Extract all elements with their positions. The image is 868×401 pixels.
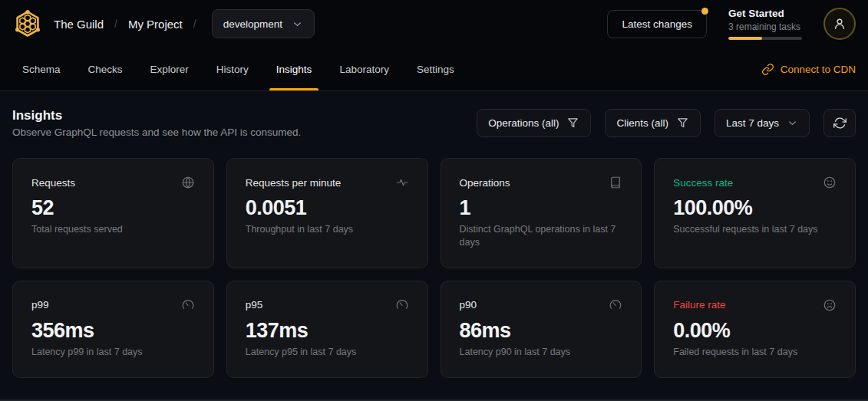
- period-selector[interactable]: Last 7 days: [715, 109, 810, 137]
- stats-grid: Requests 52 Total requests served Reques…: [12, 158, 856, 378]
- chevron-down-icon: [787, 117, 798, 129]
- link-icon: [761, 63, 774, 76]
- stat-card-description: Failed requests in last 7 days: [673, 346, 837, 359]
- get-started-subtitle: 3 remaining tasks: [728, 21, 802, 32]
- hive-logo-icon[interactable]: [12, 8, 43, 40]
- notification-dot: [701, 8, 708, 15]
- stat-card-description: Throughput in last 7 days: [246, 223, 409, 236]
- nav-tabs: SchemaChecksExplorerHistoryInsightsLabor…: [12, 48, 472, 90]
- stat-card: Operations 1 Distinct GraphQL operations…: [441, 158, 642, 268]
- target-selector-value: development: [223, 18, 282, 30]
- tab-label: Checks: [88, 64, 123, 75]
- stat-card-value: 356ms: [31, 319, 195, 343]
- tab-settings[interactable]: Settings: [407, 48, 464, 90]
- tab-explorer[interactable]: Explorer: [140, 48, 199, 90]
- tab-insights[interactable]: Insights: [266, 48, 322, 90]
- globe-icon: [181, 176, 195, 189]
- page-subtitle: Observe GraphQL requests and see how the…: [12, 127, 301, 138]
- gauge-icon: [181, 298, 195, 312]
- chevron-down-icon: [292, 18, 303, 30]
- tab-checks[interactable]: Checks: [78, 48, 133, 90]
- tab-label: History: [216, 64, 249, 75]
- stat-card: Requests per minute 0.0051 Throughput in…: [226, 158, 428, 268]
- stat-card: p99 356ms Latency p99 in last 7 days: [12, 281, 214, 378]
- breadcrumb: The Guild / My Project / development: [12, 8, 315, 40]
- smile-icon: [823, 176, 837, 189]
- insights-page: Insights Observe GraphQL requests and se…: [0, 91, 868, 390]
- project-nav: SchemaChecksExplorerHistoryInsightsLabor…: [0, 48, 868, 91]
- stat-card-value: 0.00%: [673, 319, 837, 343]
- page-title: Insights: [12, 108, 301, 123]
- filter-bar: Operations (all) Clients (all) Last 7 da…: [477, 109, 856, 137]
- page-heading: Insights Observe GraphQL requests and se…: [12, 108, 301, 138]
- stat-card-value: 0.0051: [246, 196, 409, 220]
- get-started-progressbar: [728, 37, 802, 40]
- stat-card-label: p99: [31, 299, 49, 311]
- frown-icon: [823, 298, 837, 312]
- filter-funnel-icon: [566, 117, 579, 130]
- tab-laboratory[interactable]: Laboratory: [329, 48, 399, 90]
- stat-card-value: 86ms: [460, 319, 623, 343]
- get-started-widget[interactable]: Get Started 3 remaining tasks: [728, 8, 802, 40]
- stat-card-value: 1: [460, 196, 623, 220]
- app-header: The Guild / My Project / development Lat…: [0, 0, 868, 48]
- gauge-icon: [609, 298, 622, 312]
- stat-card: Failure rate 0.00% Failed requests in la…: [654, 281, 856, 378]
- tab-label: Schema: [22, 64, 61, 75]
- tab-label: Insights: [276, 64, 312, 75]
- clients-filter-label: Clients (all): [616, 117, 668, 129]
- stat-card: Requests 52 Total requests served: [12, 158, 214, 268]
- breadcrumb-separator: /: [114, 18, 117, 30]
- gauge-icon: [395, 298, 409, 312]
- stat-card: Success rate 100.00% Successful requests…: [654, 158, 856, 268]
- stat-card: p95 137ms Latency p95 in last 7 days: [226, 281, 428, 378]
- stat-card-description: Latency p90 in last 7 days: [460, 346, 623, 359]
- filter-funnel-icon: [676, 117, 689, 130]
- tab-history[interactable]: History: [206, 48, 259, 90]
- stat-card-label: Operations: [460, 177, 510, 189]
- tab-schema[interactable]: Schema: [12, 48, 71, 90]
- book-icon: [609, 176, 622, 189]
- stat-card-description: Successful requests in last 7 days: [673, 223, 837, 236]
- stat-card-description: Latency p99 in last 7 days: [31, 346, 195, 359]
- stat-card-label: Failure rate: [673, 299, 725, 311]
- target-selector[interactable]: development: [212, 9, 315, 38]
- stat-card-value: 137ms: [246, 319, 409, 343]
- stat-card-value: 100.00%: [673, 196, 837, 220]
- stat-card-label: p95: [246, 299, 263, 311]
- stat-card-label: Requests per minute: [246, 177, 342, 189]
- stat-card: p90 86ms Latency p90 in last 7 days: [441, 281, 642, 378]
- refresh-button[interactable]: [823, 109, 856, 137]
- stat-card-label: p90: [460, 299, 477, 311]
- stat-card-description: Latency p95 in last 7 days: [246, 346, 409, 359]
- stat-card-label: Success rate: [673, 177, 733, 189]
- breadcrumb-project[interactable]: My Project: [128, 18, 183, 31]
- breadcrumb-separator: /: [193, 18, 196, 30]
- stat-card-label: Requests: [31, 177, 75, 189]
- user-avatar[interactable]: [823, 8, 856, 40]
- period-selector-value: Last 7 days: [726, 117, 779, 129]
- operations-filter-label: Operations (all): [488, 117, 559, 129]
- stat-card-value: 52: [31, 196, 195, 220]
- stat-card-description: Distinct GraphQL operations in last 7 da…: [460, 223, 623, 249]
- latest-changes-button[interactable]: Latest changes: [607, 10, 707, 38]
- get-started-title: Get Started: [728, 8, 802, 21]
- tab-label: Laboratory: [339, 64, 389, 75]
- connect-to-cdn-label: Connect to CDN: [781, 64, 856, 75]
- get-started-progress-fill: [728, 37, 762, 40]
- breadcrumb-org[interactable]: The Guild: [54, 18, 104, 31]
- operations-filter-button[interactable]: Operations (all): [477, 109, 591, 137]
- clients-filter-button[interactable]: Clients (all): [605, 109, 701, 137]
- latest-changes-label: Latest changes: [622, 18, 692, 30]
- tab-label: Settings: [417, 64, 454, 75]
- stat-card-description: Total requests served: [31, 223, 195, 236]
- connect-to-cdn-link[interactable]: Connect to CDN: [761, 48, 856, 90]
- tab-label: Explorer: [150, 64, 189, 75]
- activity-icon: [395, 176, 409, 189]
